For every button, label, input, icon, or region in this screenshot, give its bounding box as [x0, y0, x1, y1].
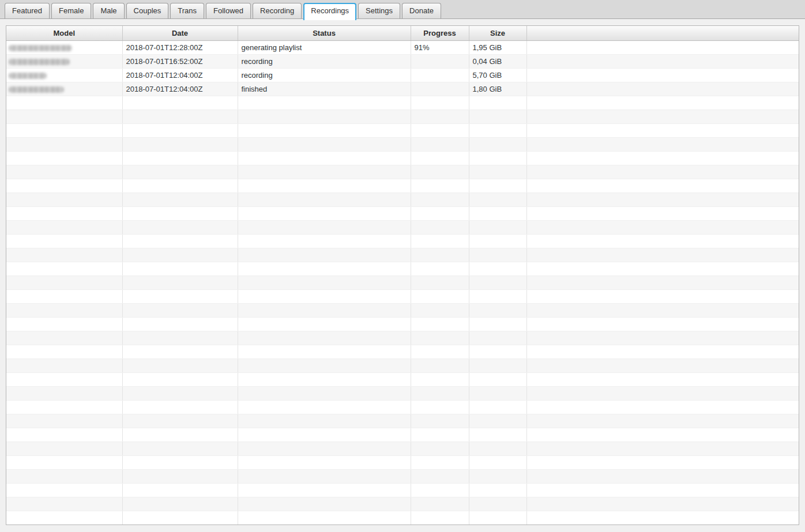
- cell-filler: [526, 40, 799, 54]
- cell-filler: [526, 442, 799, 455]
- tab-recording[interactable]: Recording: [253, 3, 302, 18]
- cell-filler: [526, 345, 799, 359]
- cell-size: 1,80 GiB: [469, 82, 526, 96]
- table-row[interactable]: 2018-07-01T12:04:00Zrecording5,70 GiB: [6, 68, 799, 82]
- empty-row: [6, 303, 799, 317]
- cell-model: [6, 359, 122, 372]
- cell-progress: [411, 331, 469, 345]
- empty-row: [6, 96, 799, 110]
- cell-filler: [526, 414, 799, 428]
- cell-progress: [411, 303, 469, 317]
- cell-date: [122, 165, 238, 179]
- empty-row: [6, 262, 799, 276]
- cell-filler: [526, 54, 799, 68]
- cell-date: [122, 303, 238, 317]
- column-header-size[interactable]: Size: [469, 26, 526, 40]
- cell-status: [238, 248, 411, 262]
- cell-status: [238, 151, 411, 165]
- cell-date: [122, 123, 238, 137]
- cell-model: [6, 206, 122, 220]
- cell-status: [238, 331, 411, 345]
- empty-row: [6, 289, 799, 303]
- cell-size: [469, 469, 526, 483]
- cell-size: [469, 414, 526, 428]
- cell-filler: [526, 455, 799, 469]
- tab-female[interactable]: Female: [51, 3, 91, 18]
- cell-model: [6, 331, 122, 345]
- cell-model: [6, 289, 122, 303]
- cell-filler: [526, 497, 799, 511]
- cell-progress: [411, 68, 469, 82]
- cell-size: [469, 400, 526, 414]
- cell-model: [6, 483, 122, 497]
- cell-filler: [526, 317, 799, 331]
- cell-filler: [526, 137, 799, 151]
- cell-status: [238, 400, 411, 414]
- cell-size: [469, 455, 526, 469]
- cell-filler: [526, 428, 799, 442]
- cell-status: [238, 511, 411, 525]
- tab-trans[interactable]: Trans: [170, 3, 204, 18]
- cell-progress: [411, 220, 469, 234]
- tab-male[interactable]: Male: [93, 3, 124, 18]
- tab-settings[interactable]: Settings: [358, 3, 400, 18]
- cell-date: [122, 414, 238, 428]
- column-header-model[interactable]: Model: [6, 26, 122, 40]
- cell-date: [122, 455, 238, 469]
- empty-row: [6, 400, 799, 414]
- cell-date: 2018-07-01T12:04:00Z: [122, 68, 238, 82]
- cell-progress: [411, 400, 469, 414]
- cell-filler: [526, 289, 799, 303]
- cell-size: [469, 137, 526, 151]
- tab-donate[interactable]: Donate: [402, 3, 441, 18]
- cell-progress: [411, 110, 469, 123]
- tab-followed[interactable]: Followed: [206, 3, 251, 18]
- empty-row: [6, 317, 799, 331]
- table-row[interactable]: 2018-07-01T12:28:00Zgenerating playlist9…: [6, 40, 799, 54]
- column-header-status[interactable]: Status: [238, 26, 411, 40]
- cell-date: [122, 151, 238, 165]
- cell-size: [469, 497, 526, 511]
- cell-progress: [411, 372, 469, 386]
- tab-couples[interactable]: Couples: [126, 3, 169, 18]
- cell-status: [238, 359, 411, 372]
- cell-size: [469, 179, 526, 193]
- cell-status: [238, 497, 411, 511]
- column-header-date[interactable]: Date: [122, 26, 238, 40]
- cell-model: [6, 276, 122, 289]
- cell-model: [6, 372, 122, 386]
- cell-size: 5,70 GiB: [469, 68, 526, 82]
- empty-row: [6, 331, 799, 345]
- cell-date: [122, 317, 238, 331]
- cell-model: [6, 400, 122, 414]
- cell-filler: [526, 386, 799, 400]
- cell-size: [469, 165, 526, 179]
- cell-status: [238, 345, 411, 359]
- cell-progress: [411, 248, 469, 262]
- cell-filler: [526, 82, 799, 96]
- cell-status: [238, 428, 411, 442]
- cell-status: [238, 414, 411, 428]
- empty-row: [6, 276, 799, 289]
- table-row[interactable]: 2018-07-01T12:04:00Zfinished1,80 GiB: [6, 82, 799, 96]
- tab-featured[interactable]: Featured: [5, 3, 50, 18]
- cell-progress: [411, 359, 469, 372]
- cell-size: [469, 317, 526, 331]
- cell-model: [6, 40, 122, 54]
- cell-status: [238, 179, 411, 193]
- cell-status: [238, 455, 411, 469]
- cell-filler: [526, 165, 799, 179]
- empty-row: [6, 345, 799, 359]
- cell-filler: [526, 151, 799, 165]
- empty-row: [6, 428, 799, 442]
- cell-model: [6, 151, 122, 165]
- column-header-progress[interactable]: Progress: [411, 26, 469, 40]
- cell-progress: [411, 414, 469, 428]
- cell-size: [469, 123, 526, 137]
- tab-recordings[interactable]: Recordings: [303, 3, 356, 20]
- table-row[interactable]: 2018-07-01T16:52:00Zrecording0,04 GiB: [6, 54, 799, 68]
- cell-date: [122, 276, 238, 289]
- empty-row: [6, 206, 799, 220]
- cell-status: [238, 262, 411, 276]
- cell-progress: [411, 82, 469, 96]
